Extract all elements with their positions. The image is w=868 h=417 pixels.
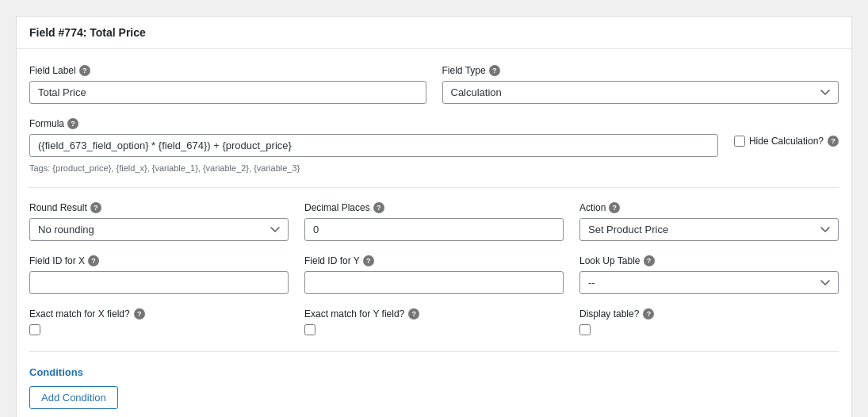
exact-match-x-label[interactable]: Exact match for X field? ? xyxy=(29,308,289,319)
conditions-label: Conditions xyxy=(29,366,839,378)
field-id-y-label: Field ID for Y ? xyxy=(304,255,564,266)
decimal-places-group: Decimal Places ? xyxy=(304,202,564,241)
row-label-type: Field Label ? Field Type ? Calculation T… xyxy=(29,65,839,104)
field-id-y-input[interactable] xyxy=(304,271,564,294)
field-label-group: Field Label ? xyxy=(29,65,426,104)
formula-tags: Tags: {product_price}, {field_x}, {varia… xyxy=(29,163,718,173)
look-up-table-label: Look Up Table ? xyxy=(579,255,839,266)
field-id-x-label: Field ID for X ? xyxy=(29,255,289,266)
row-exact-match-display: Exact match for X field? ? Exact match f… xyxy=(29,308,839,335)
row-formula: Formula ? Tags: {product_price}, {field_… xyxy=(29,118,839,173)
field-label-help-icon[interactable]: ? xyxy=(79,65,90,76)
formula-input[interactable] xyxy=(29,134,718,157)
exact-match-y-label[interactable]: Exact match for Y field? ? xyxy=(304,308,564,319)
field-type-help-icon[interactable]: ? xyxy=(489,65,500,76)
action-help-icon[interactable]: ? xyxy=(609,202,620,213)
decimal-places-input[interactable] xyxy=(304,218,564,241)
look-up-table-group: Look Up Table ? -- xyxy=(579,255,839,294)
display-table-checkbox[interactable] xyxy=(579,324,591,335)
exact-match-x-help-icon[interactable]: ? xyxy=(134,308,145,319)
hide-calc-group: Hide Calculation? ? xyxy=(734,118,839,147)
round-result-select[interactable]: No rounding Round up Round down Round to… xyxy=(29,218,289,241)
add-condition-button[interactable]: Add Condition xyxy=(29,386,118,409)
panel-title: Field #774: Total Price xyxy=(29,26,146,39)
hide-calc-label[interactable]: Hide Calculation? ? xyxy=(734,136,839,147)
exact-match-x-group: Exact match for X field? ? xyxy=(29,308,289,335)
field-type-label: Field Type ? xyxy=(442,65,839,76)
panel-header: Field #774: Total Price xyxy=(17,17,851,49)
action-select[interactable]: Set Product Price None xyxy=(579,218,839,241)
formula-group: Formula ? Tags: {product_price}, {field_… xyxy=(29,118,718,173)
exact-match-y-help-icon[interactable]: ? xyxy=(408,308,419,319)
decimal-places-help-icon[interactable]: ? xyxy=(373,202,384,213)
look-up-table-select[interactable]: -- xyxy=(579,271,839,294)
field-label-input[interactable] xyxy=(29,81,426,104)
field-id-y-help-icon[interactable]: ? xyxy=(363,255,374,266)
decimal-places-label: Decimal Places ? xyxy=(304,202,564,213)
row-fieldid-lookupt: Field ID for X ? Field ID for Y ? Look U… xyxy=(29,255,839,294)
divider-1 xyxy=(29,187,839,188)
look-up-table-help-icon[interactable]: ? xyxy=(644,255,655,266)
hide-calc-help-icon[interactable]: ? xyxy=(828,136,839,147)
exact-match-y-checkbox[interactable] xyxy=(304,324,315,335)
field-label-label: Field Label ? xyxy=(29,65,426,76)
field-id-x-help-icon[interactable]: ? xyxy=(88,255,99,266)
formula-help-icon[interactable]: ? xyxy=(67,118,78,129)
exact-match-x-checkbox[interactable] xyxy=(29,324,40,335)
display-table-help-icon[interactable]: ? xyxy=(643,308,654,319)
field-id-x-group: Field ID for X ? xyxy=(29,255,289,294)
row-round-decimal-action: Round Result ? No rounding Round up Roun… xyxy=(29,202,839,241)
action-label: Action ? xyxy=(579,202,839,213)
round-result-group: Round Result ? No rounding Round up Roun… xyxy=(29,202,289,241)
action-group: Action ? Set Product Price None xyxy=(579,202,839,241)
field-id-x-input[interactable] xyxy=(29,271,289,294)
round-result-label: Round Result ? xyxy=(29,202,289,213)
display-table-group: Display table? ? xyxy=(579,308,839,335)
divider-2 xyxy=(29,351,839,352)
panel-body: Field Label ? Field Type ? Calculation T… xyxy=(17,49,851,417)
display-table-label[interactable]: Display table? ? xyxy=(579,308,839,319)
exact-match-y-group: Exact match for Y field? ? xyxy=(304,308,564,335)
field-editor-panel: Field #774: Total Price Field Label ? Fi… xyxy=(16,16,852,417)
field-type-select[interactable]: Calculation Text Number Select xyxy=(442,81,839,104)
formula-label: Formula ? xyxy=(29,118,718,129)
round-result-help-icon[interactable]: ? xyxy=(90,202,101,213)
hide-calc-checkbox[interactable] xyxy=(734,136,745,147)
field-id-y-group: Field ID for Y ? xyxy=(304,255,564,294)
field-type-group: Field Type ? Calculation Text Number Sel… xyxy=(442,65,839,104)
